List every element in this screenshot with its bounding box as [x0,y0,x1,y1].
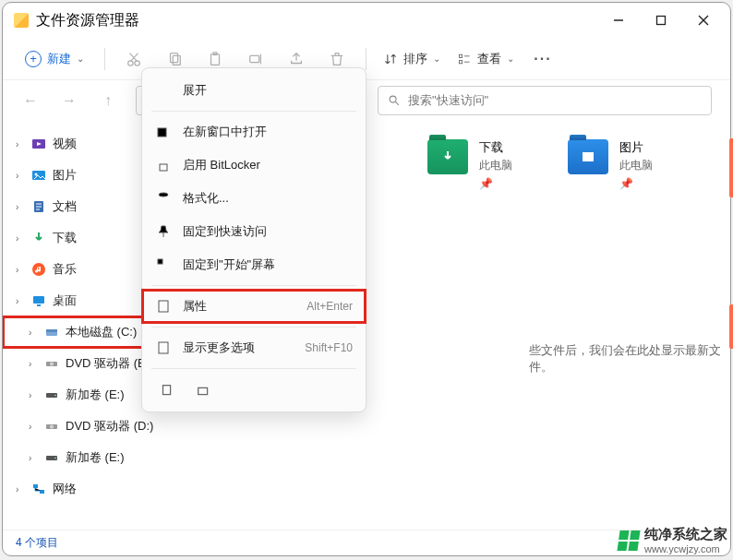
chevron-right-icon: › [29,422,38,432]
maximize-button[interactable] [640,6,682,35]
sort-icon [383,52,398,66]
sidebar-item-label: 视频 [53,136,77,152]
sidebar-item[interactable]: ›DVD 驱动器 (E:) [3,348,160,379]
item-icon [43,355,60,372]
cm-icon [155,191,172,206]
svg-point-37 [54,395,56,397]
cm-icon [155,340,172,355]
search-box[interactable]: 搜索"快速访问" [378,86,712,115]
back-button[interactable]: ← [14,86,47,115]
cm-icon [155,224,172,239]
forward-button[interactable]: → [53,86,86,115]
svg-point-40 [51,426,52,427]
app-icon [14,13,29,28]
item-icon [30,167,47,184]
chevron-right-icon: › [16,484,25,494]
decorative-edge [729,138,733,197]
cm-item[interactable]: 在新窗口中打开 [142,115,366,149]
sidebar-item[interactable]: ›新加卷 (E:) [3,379,160,411]
sidebar-item[interactable]: ›本地磁盘 (C:) [3,316,160,348]
svg-rect-43 [33,484,38,488]
sidebar-item-label: 新加卷 (E:) [66,449,125,466]
sidebar-item[interactable]: ›DVD 驱动器 (D:) [3,411,160,442]
sidebar-item-label: 图片 [53,167,77,184]
sidebar-item-label: DVD 驱动器 (D:) [66,418,153,435]
window-title: 文件资源管理器 [36,11,139,30]
context-menu: 展开在新窗口中打开启用 BitLocker格式化...固定到快速访问固定到"开始… [141,67,366,412]
rename-icon[interactable] [190,378,218,404]
svg-rect-15 [459,60,462,63]
svg-rect-9 [173,55,180,65]
svg-rect-58 [159,342,168,353]
cm-icon [155,158,172,173]
sidebar-item-label: DVD 驱动器 (E:) [66,355,153,372]
sidebar-item-label: 本地磁盘 (C:) [66,324,137,340]
sidebar-item-label: 音乐 [53,261,77,278]
folder-card[interactable]: 图片此电脑📌 [568,139,653,190]
item-icon [43,449,60,466]
separator [366,48,366,70]
item-icon [43,324,60,340]
search-icon [388,94,401,107]
cm-item[interactable]: 显示更多选项Shift+F10 [142,331,366,364]
svg-rect-1 [657,17,666,25]
svg-rect-12 [250,55,259,62]
cm-item[interactable]: 固定到快速访问 [142,215,366,248]
sidebar-item[interactable]: ›音乐 [3,254,160,285]
view-icon [457,52,472,66]
sidebar-item[interactable]: ›文档 [3,191,160,222]
chevron-right-icon: › [16,265,25,275]
cm-item[interactable]: 固定到"开始"屏幕 [142,248,366,281]
sidebar-item-label: 新加卷 (E:) [66,387,125,403]
svg-rect-61 [163,386,171,395]
view-button[interactable]: 查看 ⌄ [451,51,520,67]
status-text: 4 个项目 [16,535,58,551]
sidebar-item[interactable]: ›视频 [3,128,160,160]
up-button[interactable]: ↑ [91,86,125,115]
new-button[interactable]: + 新建 ⌄ [16,47,93,71]
empty-hint: 些文件后，我们会在此处显示最新文件。 [529,342,730,375]
svg-point-18 [390,96,396,102]
sidebar-item-label: 网络 [53,481,77,497]
chevron-down-icon: ⌄ [507,54,514,64]
sidebar-item[interactable]: ›新加卷 (E:) [3,442,160,473]
svg-rect-14 [459,54,462,57]
chevron-right-icon: › [16,233,25,244]
cm-icon [155,125,172,139]
chevron-right-icon: › [29,453,38,463]
cm-expand[interactable]: 展开 [142,74,366,107]
svg-rect-30 [37,304,41,306]
chevron-right-icon: › [29,328,38,338]
cm-item[interactable]: 启用 BitLocker [142,149,366,182]
cm-item[interactable]: 属性Alt+Enter [142,290,366,323]
folder-card[interactable]: 下载此电脑📌 [427,139,512,190]
sidebar-item[interactable]: ›图片 [3,160,160,191]
pin-icon: 📌 [479,177,512,190]
svg-rect-50 [158,259,162,264]
sidebar-item[interactable]: ›下载 [3,222,160,254]
sidebar-item-label: 下载 [53,230,77,246]
item-icon [30,292,47,309]
sidebar-item[interactable]: ›网络 [3,473,160,505]
sidebar-item[interactable]: ›桌面 [3,285,160,316]
watermark: 纯净系统之家 www.ycwjzy.com [619,526,727,554]
item-icon [43,387,60,403]
svg-rect-8 [171,53,178,62]
minimize-button[interactable] [597,6,640,35]
sort-button[interactable]: 排序 ⌄ [378,51,446,67]
copy-icon[interactable] [153,378,181,404]
item-icon [30,261,47,278]
more-button[interactable]: ··· [525,44,560,74]
item-icon [30,230,47,246]
svg-rect-47 [158,128,166,137]
svg-rect-48 [160,164,167,171]
cm-icon [155,257,172,272]
svg-rect-63 [198,387,208,394]
item-icon [30,136,47,152]
plus-icon: + [25,51,42,67]
cm-item[interactable]: 格式化... [142,182,366,215]
sidebar: ›视频›图片›文档›下载›音乐›桌面›本地磁盘 (C:)›DVD 驱动器 (E:… [3,121,160,530]
folder-icon [568,139,608,174]
chevron-right-icon: › [29,390,38,400]
close-button[interactable] [682,6,725,35]
